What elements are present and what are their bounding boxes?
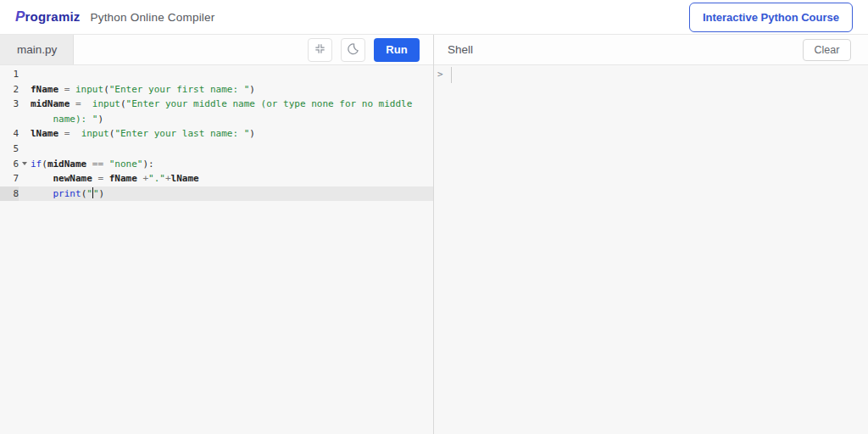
run-button[interactable]: Run [374,38,420,62]
code-token: ( [103,84,109,95]
interactive-course-button[interactable]: Interactive Python Course [689,3,853,32]
line-number: 1 [0,67,19,82]
clear-button[interactable]: Clear [803,39,851,61]
code-token: ) [249,84,255,95]
code-token: "." [148,173,165,184]
fold-gutter [19,126,31,142]
code-token: ) [249,128,255,139]
line-number: 2 [0,82,19,97]
fold-gutter [19,82,31,97]
code-line-text: if(midName == "none"): [31,157,433,172]
code-line[interactable]: 2fName = input("Enter your first name: "… [0,82,433,97]
fold-gutter [19,186,31,202]
code-line[interactable]: 8 print("") [0,186,433,202]
code-token: "none" [109,159,143,170]
code-token: name): " [53,114,98,125]
code-token [58,128,64,139]
line-number: 8 [0,186,19,202]
code-line-text: fName = input("Enter your first name: ") [31,82,433,97]
tab-main-py[interactable]: main.py [0,35,74,64]
shell-panel: Shell Clear > [434,35,868,434]
dark-mode-moon-icon [347,42,359,58]
code-line[interactable]: 7 newName = fName +"."+lName [0,171,433,186]
page-title: Python Online Compiler [91,11,215,24]
code-token: fName [109,173,137,184]
code-token [31,114,53,125]
line-number: 6 [0,157,19,172]
code-line[interactable]: name): ") [0,112,433,127]
code-token: "Enter your last name: " [114,128,249,139]
code-token [70,98,75,109]
line-number: 3 [0,97,19,112]
code-token: "Enter your first name: " [109,84,250,95]
code-token: ) [99,188,105,199]
fold-gutter [19,142,31,157]
code-token: == [92,159,103,170]
code-token [31,188,53,199]
app-header: Programiz Python Online Compiler Interac… [0,0,868,35]
code-line[interactable]: 4lName = input("Enter your last name: ") [0,126,433,142]
line-number [0,112,19,127]
code-line[interactable]: 3midName = input("Enter your middle name… [0,97,433,112]
editor-panel: main.py [0,35,434,434]
code-token: fName [31,84,58,95]
code-token: + [165,173,171,184]
logo-letter-p: P [15,8,25,25]
code-editor[interactable]: 12fName = input("Enter your first name: … [0,65,433,434]
code-line-text: lName = input("Enter your last name: ") [31,126,433,142]
code-token: ( [42,159,47,170]
shell-output[interactable]: > [434,65,868,434]
code-line[interactable]: 5 [0,142,433,157]
code-token [70,128,81,139]
shell-prompt: > [437,67,443,82]
code-token: " [86,188,92,199]
code-token: lName [31,128,58,139]
line-number: 4 [0,126,19,142]
line-number: 7 [0,171,19,186]
code-line-text: print("") [31,186,433,202]
code-token: lName [171,173,199,184]
code-token [103,173,109,184]
logo-text: rogramiz [25,9,81,24]
shell-prompt-row: > [437,67,868,84]
code-token: input [81,128,109,139]
code-token: if [31,159,42,170]
code-token: ) [97,114,103,125]
split-panels: main.py [0,35,868,434]
code-line[interactable]: 6if(midName == "none"): [0,157,433,172]
code-token: newName [53,173,92,184]
shell-title: Shell [448,43,473,56]
code-token [31,173,53,184]
collapse-icon [314,42,326,58]
line-number: 5 [0,142,19,157]
shell-header: Shell Clear [434,35,868,65]
editor-toolbar: main.py [0,35,433,65]
code-token: input [75,84,103,95]
fold-arrow-icon[interactable] [22,162,27,165]
code-line-text [31,142,433,157]
code-token: ( [120,98,126,109]
code-token: input [92,98,120,109]
code-line-text: newName = fName +"."+lName [31,171,433,186]
code-token [58,84,64,95]
fold-gutter [19,112,31,127]
fold-gutter [19,67,31,82]
fold-gutter [19,97,31,112]
fold-gutter [19,171,31,186]
code-token [86,159,92,170]
code-token: print [53,188,81,199]
fold-gutter [19,157,31,172]
theme-toggle-button[interactable] [341,38,365,62]
code-line-text: midName = input("Enter your middle name … [31,97,433,112]
code-token [103,159,109,170]
code-token: midName [31,98,70,109]
code-token: " [93,188,99,199]
collapse-button[interactable] [308,38,332,62]
programiz-logo[interactable]: Programiz [15,8,81,25]
code-token: = [75,98,81,109]
code-line-text: name): ") [31,112,433,127]
code-line[interactable]: 1 [0,67,433,82]
code-token [81,98,92,109]
tab-label: main.py [17,43,57,56]
code-token: midName [47,159,86,170]
